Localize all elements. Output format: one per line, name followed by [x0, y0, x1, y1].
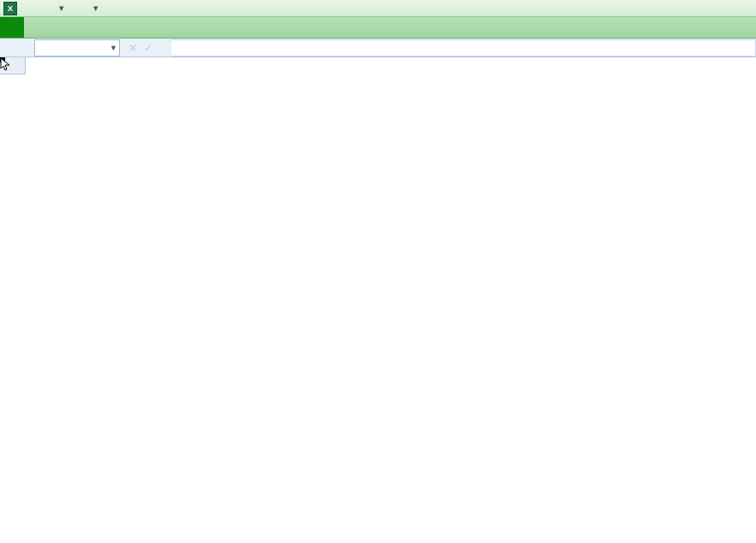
undo-dropdown-icon[interactable]: ▾: [55, 2, 68, 15]
save-icon[interactable]: [21, 2, 34, 15]
name-box-dropdown-icon[interactable]: ▼: [110, 44, 117, 52]
formula-input[interactable]: [171, 39, 756, 57]
ribbon-tabs: [0, 17, 756, 39]
undo-icon[interactable]: [38, 2, 51, 15]
print-icon[interactable]: [106, 2, 120, 15]
excel-logo-icon[interactable]: X: [3, 2, 17, 15]
name-box[interactable]: ▼: [34, 39, 120, 57]
redo-icon[interactable]: [72, 2, 86, 15]
tab-file[interactable]: [0, 17, 24, 38]
cancel-formula-icon[interactable]: ✕: [128, 42, 137, 54]
title-bar: X ▾ ▾: [0, 0, 756, 17]
formula-bar: ▼ ✕ ✓: [0, 39, 756, 57]
spreadsheet: [0, 57, 756, 543]
select-all-corner[interactable]: [0, 57, 26, 75]
qat-more-icon[interactable]: [123, 2, 137, 15]
formula-bar-buttons: ✕ ✓: [120, 42, 161, 54]
accept-formula-icon[interactable]: ✓: [144, 42, 152, 54]
redo-dropdown-icon[interactable]: ▾: [89, 2, 103, 15]
quick-access-toolbar: X ▾ ▾: [0, 2, 140, 15]
